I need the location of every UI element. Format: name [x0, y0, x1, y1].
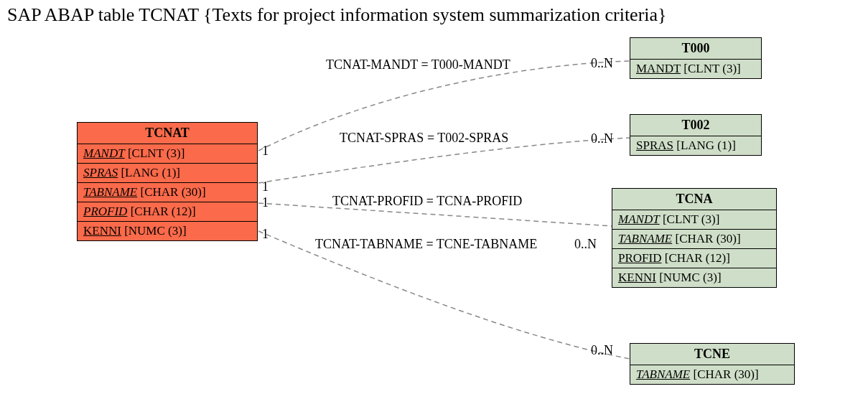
entity-tcne-field: TABNAME [CHAR (30)] [630, 365, 794, 384]
cardinality-src: 1 [262, 195, 269, 210]
entity-t002: T002 SPRAS [LANG (1)] [630, 114, 762, 156]
relation-label: TCNAT-PROFID = TCNA-PROFID [332, 194, 522, 209]
entity-tcnat-field: SPRAS [LANG (1)] [78, 164, 257, 183]
entity-tcnat-header: TCNAT [78, 123, 257, 144]
entity-tcna-field: MANDT [CLNT (3)] [612, 210, 776, 230]
cardinality-src: 1 [262, 144, 269, 159]
entity-t000-field: MANDT [CLNT (3)] [630, 60, 761, 78]
entity-tcnat: TCNAT MANDT [CLNT (3)] SPRAS [LANG (1)] … [77, 122, 258, 241]
entity-t002-header: T002 [630, 115, 761, 136]
entity-tcna-field: PROFID [CHAR (12)] [612, 249, 776, 268]
diagram-canvas: { "title": "SAP ABAP table TCNAT {Texts … [0, 0, 868, 394]
relation-label: TCNAT-MANDT = T000-MANDT [326, 57, 510, 72]
entity-tcnat-field: KENNI [NUMC (3)] [78, 222, 257, 240]
cardinality-src: 1 [262, 179, 269, 194]
entity-tcne: TCNE TABNAME [CHAR (30)] [630, 343, 795, 385]
entity-t000: T000 MANDT [CLNT (3)] [630, 37, 762, 79]
entity-tcna-header: TCNA [612, 189, 776, 210]
relation-label: TCNAT-TABNAME = TCNE-TABNAME [315, 237, 537, 252]
cardinality-dst: 0..N [591, 56, 613, 71]
entity-tcne-header: TCNE [630, 344, 794, 365]
entity-tcna: TCNA MANDT [CLNT (3)] TABNAME [CHAR (30)… [612, 188, 777, 288]
entity-t000-header: T000 [630, 38, 761, 60]
entity-tcnat-field: TABNAME [CHAR (30)] [78, 183, 257, 202]
entity-tcna-field: TABNAME [CHAR (30)] [612, 230, 776, 249]
cardinality-src: 1 [262, 227, 269, 242]
cardinality-dst: 0..N [574, 237, 597, 252]
cardinality-dst: 0..N [591, 343, 613, 358]
entity-tcnat-field: PROFID [CHAR (12)] [78, 202, 257, 222]
entity-tcna-field: KENNI [NUMC (3)] [612, 268, 776, 287]
relation-label: TCNAT-SPRAS = T002-SPRAS [340, 131, 508, 146]
cardinality-dst: 0..N [591, 131, 613, 146]
entity-t002-field: SPRAS [LANG (1)] [630, 136, 761, 155]
diagram-title: SAP ABAP table TCNAT {Texts for project … [7, 4, 667, 26]
entity-tcnat-field: MANDT [CLNT (3)] [78, 144, 257, 164]
